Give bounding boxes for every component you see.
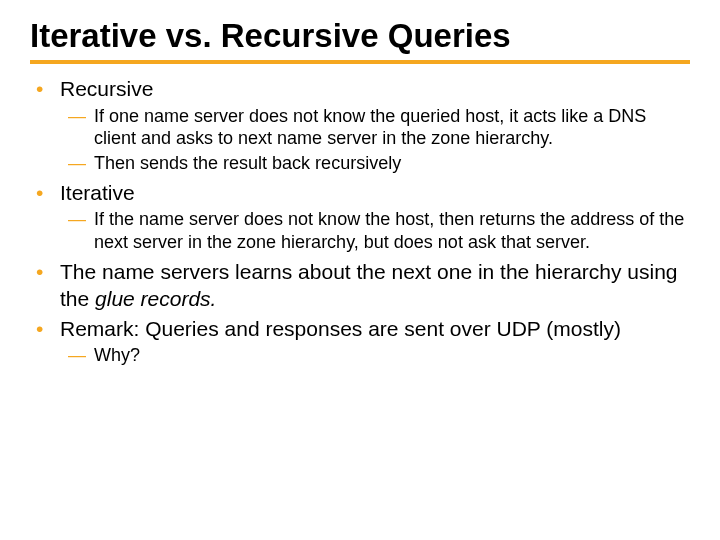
- bullet-text: Remark: Queries and responses are sent o…: [60, 317, 621, 340]
- sub-bullet: Then sends the result back recursively: [94, 152, 690, 175]
- bullet-glue-records: The name servers learns about the next o…: [54, 259, 690, 312]
- sub-bullet: Why?: [94, 344, 690, 367]
- sub-list: If one name server does not know the que…: [60, 105, 690, 175]
- slide: Iterative vs. Recursive Queries Recursiv…: [0, 0, 720, 540]
- sub-list: Why?: [60, 344, 690, 367]
- bullet-text: Recursive: [60, 77, 153, 100]
- bullet-remark: Remark: Queries and responses are sent o…: [54, 316, 690, 367]
- sub-bullet: If the name server does not know the hos…: [94, 208, 690, 253]
- bullet-text: Iterative: [60, 181, 135, 204]
- bullet-list: Recursive If one name server does not kn…: [30, 76, 690, 366]
- bullet-text-em: glue records.: [95, 287, 216, 310]
- sub-list: If the name server does not know the hos…: [60, 208, 690, 253]
- bullet-iterative: Iterative If the name server does not kn…: [54, 180, 690, 253]
- slide-title: Iterative vs. Recursive Queries: [30, 18, 690, 64]
- bullet-recursive: Recursive If one name server does not kn…: [54, 76, 690, 174]
- sub-bullet: If one name server does not know the que…: [94, 105, 690, 150]
